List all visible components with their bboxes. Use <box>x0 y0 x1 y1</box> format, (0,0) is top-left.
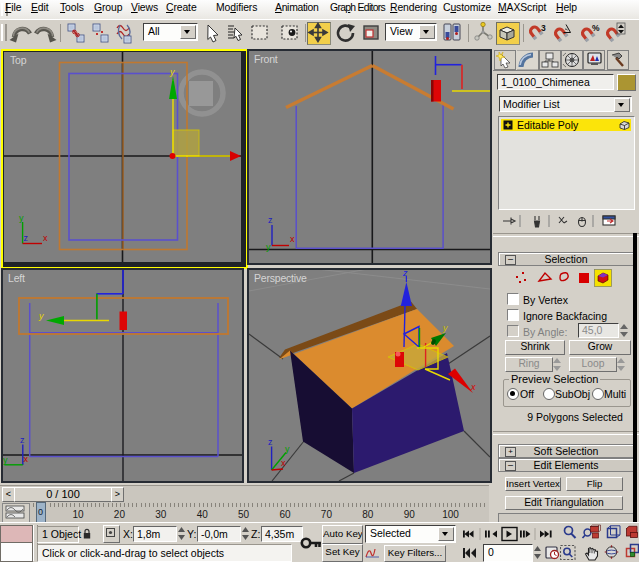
svg-text:80: 80 <box>362 509 374 520</box>
svg-text:y: y <box>19 213 24 223</box>
svg-text:x: x <box>290 234 295 244</box>
svg-text:60: 60 <box>279 509 291 520</box>
svg-text:y: y <box>3 455 8 465</box>
svg-text:z: z <box>24 233 29 243</box>
svg-text:50: 50 <box>238 509 250 520</box>
svg-text:90: 90 <box>404 509 416 520</box>
svg-text:y: y <box>442 323 448 333</box>
svg-text:3: 3 <box>541 23 546 33</box>
svg-text:x: x <box>43 233 48 243</box>
svg-text:y: y <box>285 444 290 454</box>
svg-text:70: 70 <box>321 509 333 520</box>
svg-text:z: z <box>268 437 273 447</box>
svg-text:z: z <box>20 435 25 445</box>
svg-text:x: x <box>281 458 286 468</box>
svg-text:20: 20 <box>114 509 126 520</box>
svg-text:10: 10 <box>72 509 84 520</box>
svg-text:y: y <box>169 67 175 77</box>
svg-text:x: x <box>24 454 29 464</box>
svg-text:x: x <box>470 382 476 392</box>
svg-text:100: 100 <box>442 509 459 520</box>
svg-text:%: % <box>592 23 600 33</box>
svg-text:40: 40 <box>197 509 209 520</box>
svg-text:30: 30 <box>155 509 167 520</box>
svg-text:z: z <box>268 215 273 225</box>
svg-text:y: y <box>38 311 44 321</box>
svg-text:y: y <box>266 242 271 252</box>
svg-text:z: z <box>402 270 408 278</box>
